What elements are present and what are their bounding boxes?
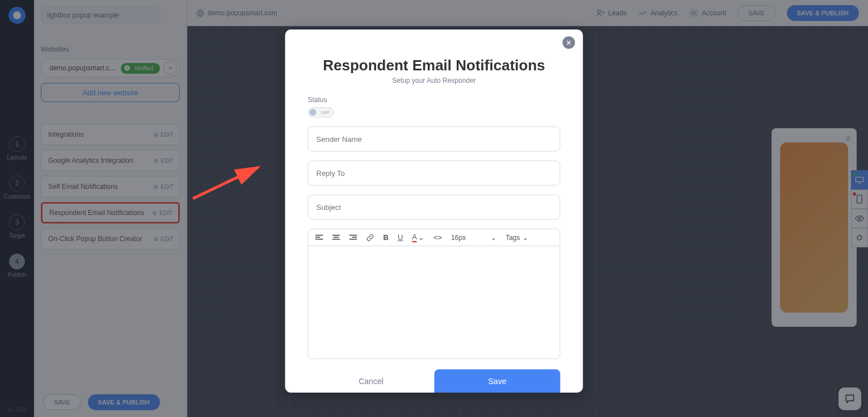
status-toggle[interactable]: OFF	[308, 107, 334, 117]
status-label: Status	[308, 96, 561, 104]
editor-body[interactable]	[309, 246, 560, 357]
editor-toolbar: B U A ⌄ <> 16px⌄ Tags⌄	[309, 229, 560, 246]
modal-save-button[interactable]: Save	[435, 369, 561, 393]
modal-title: Respondent Email Notifications	[308, 57, 561, 74]
text-color-icon[interactable]: A ⌄	[412, 233, 424, 242]
chevron-down-icon: ⌄	[523, 234, 528, 242]
bold-icon[interactable]: B	[384, 233, 389, 242]
align-right-icon[interactable]	[349, 234, 357, 241]
subject-input[interactable]	[308, 195, 561, 220]
rich-text-editor[interactable]: B U A ⌄ <> 16px⌄ Tags⌄	[308, 229, 561, 359]
chevron-down-icon: ⌄	[418, 233, 424, 242]
font-size-select[interactable]: 16px⌄	[451, 234, 496, 242]
code-icon[interactable]: <>	[433, 233, 442, 242]
toggle-state: OFF	[321, 110, 330, 115]
tags-select[interactable]: Tags⌄	[505, 234, 528, 242]
modal-respondent-email: ✕ Respondent Email Notifications Setup y…	[285, 30, 583, 393]
modal-close-button[interactable]: ✕	[563, 36, 575, 49]
align-center-icon[interactable]	[332, 234, 340, 241]
chevron-down-icon: ⌄	[491, 234, 496, 242]
sender-name-input[interactable]	[308, 127, 561, 151]
reply-to-input[interactable]	[308, 161, 561, 186]
link-icon[interactable]	[366, 234, 374, 242]
underline-icon[interactable]: U	[398, 233, 403, 242]
align-left-icon[interactable]	[315, 234, 323, 241]
toggle-knob	[310, 109, 317, 116]
modal-cancel-button[interactable]: Cancel	[308, 377, 435, 386]
modal-subtitle: Setup your Auto Responder	[308, 77, 561, 85]
